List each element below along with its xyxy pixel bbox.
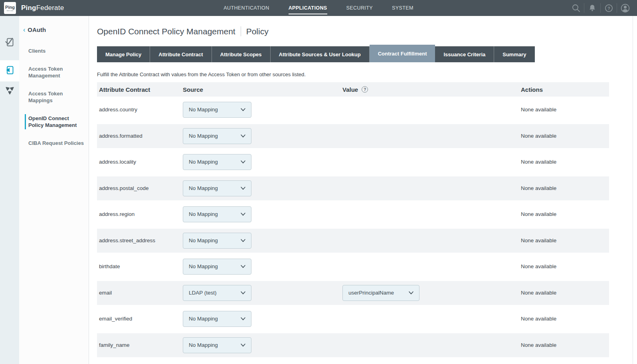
- value-dropdown[interactable]: userPrincipalName: [342, 285, 419, 301]
- sidebar-item-clients[interactable]: Clients: [19, 42, 89, 60]
- attribute-name: address.country: [97, 107, 181, 113]
- attribute-name: family_name: [97, 342, 181, 348]
- topbar-icons: ?: [568, 0, 633, 16]
- notifications-icon[interactable]: [584, 0, 600, 16]
- main-content: OpenID Connect Policy Management Policy …: [89, 16, 637, 364]
- table-row: birthdate No Mapping None available: [97, 253, 609, 280]
- attribute-name: birthdate: [97, 263, 181, 269]
- source-dropdown[interactable]: No Mapping: [183, 180, 251, 196]
- table-row: email_verified No Mapping None available: [97, 306, 609, 332]
- chevron-down-icon: [409, 291, 413, 295]
- chevron-down-icon: [241, 160, 245, 164]
- tab-attribute-sources-user-lookup[interactable]: Attribute Sources & User Lookup: [271, 46, 370, 62]
- nav-security[interactable]: SECURITY: [346, 4, 373, 12]
- source-dropdown[interactable]: LDAP (test): [183, 285, 251, 301]
- search-icon[interactable]: [568, 0, 584, 16]
- rail-item-mappings[interactable]: [0, 81, 19, 101]
- source-cell: No Mapping: [181, 259, 340, 275]
- tab-bar: Manage PolicyAttribute ContractAttribute…: [97, 45, 637, 62]
- rail-item-access-token[interactable]: [0, 60, 19, 81]
- topbar: Ping PingFederate AUTHENTICATIONAPPLICAT…: [0, 0, 637, 16]
- table-header-row: Attribute Contract Source Value ? Action…: [97, 82, 609, 97]
- table-row: family_name No Mapping None available: [97, 332, 609, 358]
- value-cell: userPrincipalName: [340, 285, 519, 301]
- sidebar-item-ciba-request-policies[interactable]: CIBA Request Policies: [19, 134, 89, 152]
- source-dropdown[interactable]: No Mapping: [183, 259, 251, 275]
- ping-logo[interactable]: Ping: [4, 2, 16, 14]
- nav-system[interactable]: SYSTEM: [392, 4, 413, 12]
- col-header-source: Source: [181, 86, 340, 93]
- value-help-icon[interactable]: ?: [362, 86, 368, 93]
- source-cell: No Mapping: [181, 311, 340, 327]
- source-dropdown[interactable]: No Mapping: [183, 337, 251, 353]
- actions-text: None available: [519, 211, 609, 217]
- source-dropdown[interactable]: No Mapping: [183, 311, 251, 327]
- table-body: address.country No Mapping None availabl…: [97, 97, 609, 358]
- attribute-name: address.locality: [97, 159, 181, 165]
- attribute-name: email: [97, 290, 181, 296]
- col-header-value: Value ?: [340, 86, 519, 93]
- source-cell: No Mapping: [181, 154, 340, 170]
- sidebar-item-access-token-management[interactable]: Access Token Management: [19, 60, 89, 85]
- table-row: address.formatted No Mapping None availa…: [97, 123, 609, 149]
- source-dropdown[interactable]: No Mapping: [183, 102, 251, 118]
- source-dropdown[interactable]: No Mapping: [183, 154, 251, 170]
- fulfillment-table: Attribute Contract Source Value ? Action…: [97, 82, 609, 358]
- actions-text: None available: [519, 342, 609, 348]
- page-subtitle: Policy: [246, 27, 269, 36]
- icon-rail: [0, 16, 19, 364]
- actions-text: None available: [519, 107, 609, 113]
- chevron-down-icon: [241, 108, 245, 111]
- page-description: Fulfill the Attribute Contract with valu…: [97, 71, 637, 77]
- sidebar-back-oauth[interactable]: ‹ OAuth: [19, 16, 89, 33]
- source-dropdown[interactable]: No Mapping: [183, 206, 251, 222]
- page-title-row: OpenID Connect Policy Management Policy: [97, 26, 637, 36]
- tab-issuance-criteria[interactable]: Issuance Criteria: [435, 46, 494, 62]
- source-cell: No Mapping: [181, 102, 340, 118]
- account-icon[interactable]: [617, 0, 633, 16]
- table-row: address.locality No Mapping None availab…: [97, 149, 609, 175]
- chevron-down-icon: [241, 291, 245, 295]
- tab-summary[interactable]: Summary: [494, 46, 534, 62]
- attribute-name: address.formatted: [97, 133, 181, 139]
- attribute-name: address.postal_code: [97, 185, 181, 191]
- rail-item-clients[interactable]: [0, 16, 19, 60]
- tab-contract-fulfillment[interactable]: Contract Fulfillment: [370, 45, 435, 62]
- tab-attribute-scopes[interactable]: Attribute Scopes: [212, 46, 271, 62]
- attribute-name: email_verified: [97, 316, 181, 322]
- sidebar-item-access-token-mappings[interactable]: Access Token Mappings: [19, 85, 89, 109]
- sidebar-menu: ClientsAccess Token ManagementAccess Tok…: [19, 42, 89, 152]
- source-cell: LDAP (test): [181, 285, 340, 301]
- top-navigation: AUTHENTICATIONAPPLICATIONSSECURITYSYSTEM: [0, 0, 637, 16]
- tab-manage-policy[interactable]: Manage Policy: [97, 46, 150, 62]
- source-dropdown[interactable]: No Mapping: [183, 233, 251, 249]
- tab-attribute-contract[interactable]: Attribute Contract: [150, 46, 212, 62]
- clients-icon: [4, 37, 15, 49]
- title-separator: [241, 26, 241, 36]
- nav-authentication[interactable]: AUTHENTICATION: [224, 4, 269, 12]
- actions-text: None available: [519, 237, 609, 243]
- nav-applications[interactable]: APPLICATIONS: [289, 4, 327, 12]
- actions-text: None available: [519, 290, 609, 296]
- actions-text: None available: [519, 133, 609, 139]
- table-row: email LDAP (test) userPrincipalName None…: [97, 280, 609, 306]
- value-dropdown-label: userPrincipalName: [348, 290, 394, 296]
- source-cell: No Mapping: [181, 337, 340, 353]
- brand-ping: Ping: [21, 4, 36, 12]
- chevron-down-icon: [241, 265, 245, 268]
- chevron-down-icon: [241, 187, 245, 190]
- brand-title: PingFederate: [21, 4, 64, 12]
- sidebar: ‹ OAuth ClientsAccess Token ManagementAc…: [19, 16, 89, 364]
- chevron-down-icon: [241, 135, 245, 138]
- source-dropdown-label: No Mapping: [189, 159, 218, 165]
- source-dropdown-label: No Mapping: [189, 185, 218, 191]
- help-icon[interactable]: ?: [601, 0, 617, 16]
- ping-logo-identity-mark: [7, 10, 13, 11]
- vertical-scrollbar[interactable]: [633, 16, 637, 364]
- source-dropdown-label: No Mapping: [189, 342, 218, 348]
- sidebar-item-openid-connect-policy-management[interactable]: OpenID Connect Policy Management: [19, 109, 89, 134]
- source-cell: No Mapping: [181, 206, 340, 222]
- source-dropdown-label: No Mapping: [189, 211, 218, 217]
- source-dropdown-label: No Mapping: [189, 263, 218, 269]
- source-dropdown[interactable]: No Mapping: [183, 128, 251, 144]
